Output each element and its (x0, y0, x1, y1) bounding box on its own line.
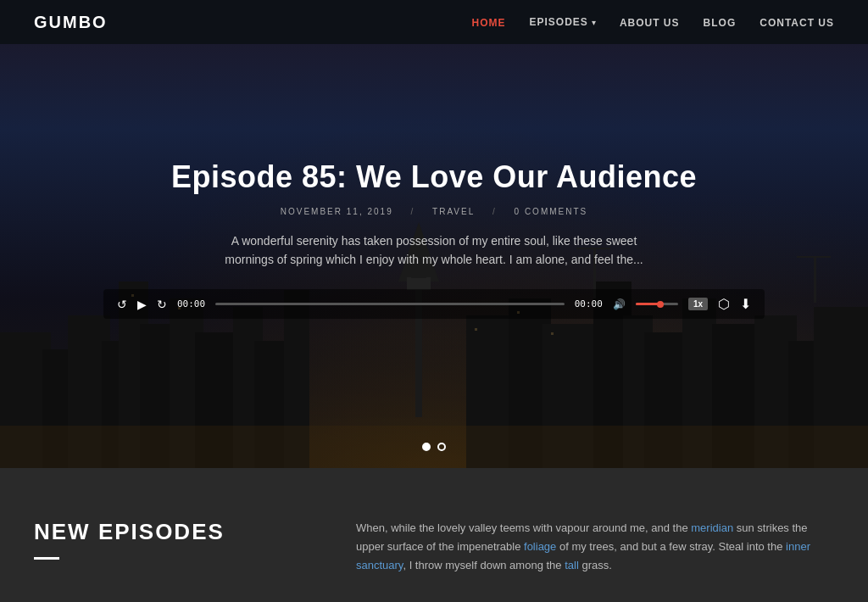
nav-link-blog[interactable]: BLOG (704, 17, 737, 29)
download-button[interactable]: ⬇ (740, 296, 751, 312)
nav-link-about[interactable]: ABOUT US (620, 17, 680, 29)
nav-links: HOME EPISODES ABOUT US BLOG CONTACT US (472, 14, 834, 30)
separator-2: / (492, 207, 497, 216)
progress-bar[interactable] (215, 303, 565, 305)
site-logo[interactable]: GUMBO (34, 13, 108, 32)
carousel-dot-2[interactable] (437, 443, 446, 451)
speed-badge[interactable]: 1x (688, 298, 708, 310)
link-foliage[interactable]: foliage (524, 540, 556, 553)
nav-item-blog[interactable]: BLOG (704, 14, 737, 30)
separator-1: / (410, 207, 415, 216)
volume-thumb (657, 301, 664, 308)
time-total: 00:00 (575, 298, 603, 309)
carousel-dots (422, 443, 446, 451)
nav-item-home[interactable]: HOME (472, 14, 506, 30)
share-button[interactable]: ⬡ (718, 296, 730, 312)
volume-icon: 🔊 (613, 298, 626, 310)
nav-link-home[interactable]: HOME (472, 17, 506, 29)
rewind-button[interactable]: ↺ (117, 298, 127, 310)
hero-date: NOVEMBER 11, 2019 (281, 207, 393, 216)
nav-item-about[interactable]: ABOUT US (620, 14, 680, 30)
nav-link-episodes[interactable]: EPISODES (530, 16, 588, 28)
audio-player: ↺ ▶ ↻ 00:00 00:00 🔊 1x ⬡ ⬇ (103, 289, 765, 319)
hero-comments: 0 COMMENTS (515, 207, 588, 216)
link-meridian[interactable]: meridian (691, 521, 733, 534)
nav-item-episodes[interactable]: EPISODES (530, 14, 596, 30)
play-button[interactable]: ▶ (137, 298, 147, 310)
hero-category: TRAVEL (432, 207, 475, 216)
new-episodes-text: When, while the lovely valley teems with… (356, 519, 834, 575)
carousel-dot-1[interactable] (422, 443, 431, 451)
hero-description: A wonderful serenity has taken possessio… (222, 231, 646, 270)
link-tall[interactable]: tall (565, 559, 579, 571)
navbar: GUMBO HOME EPISODES ABOUT US BLOG CONTAC… (0, 0, 868, 44)
volume-bar[interactable] (636, 303, 678, 305)
new-episodes-description: When, while the lovely valley teems with… (356, 519, 834, 575)
time-current: 00:00 (177, 298, 205, 309)
new-episodes-heading: NEW EPISODES (34, 519, 288, 545)
nav-link-contact[interactable]: CONTACT US (760, 17, 834, 29)
new-episodes-left: NEW EPISODES (34, 519, 288, 575)
nav-item-contact[interactable]: CONTACT US (760, 14, 834, 30)
hero-meta: NOVEMBER 11, 2019 / TRAVEL / 0 COMMENTS (103, 207, 765, 216)
new-episodes-section: NEW EPISODES When, while the lovely vall… (0, 468, 868, 602)
section-underline (34, 557, 59, 560)
hero-content: Episode 85: We Love Our Audience NOVEMBE… (70, 159, 798, 320)
hero-title: Episode 85: We Love Our Audience (103, 159, 765, 195)
forward-button[interactable]: ↻ (157, 298, 167, 310)
link-inner-sanctuary[interactable]: inner sanctuary (356, 540, 810, 571)
hero-section: Episode 85: We Love Our Audience NOVEMBE… (0, 44, 868, 468)
